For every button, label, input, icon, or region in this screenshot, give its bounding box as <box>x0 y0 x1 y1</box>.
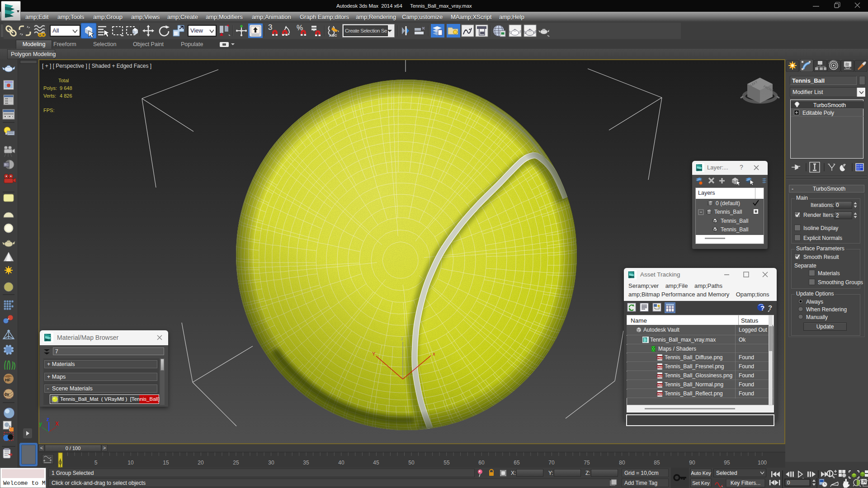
svg-text:HF: HF <box>5 378 10 382</box>
svg-text:[ + ] [ Perspective ] [ Shaded: [ + ] [ Perspective ] [ Shaded + Edged F… <box>42 63 151 69</box>
svg-text:40: 40 <box>338 460 344 466</box>
svg-text:3: 3 <box>268 23 272 32</box>
svg-text:70: 70 <box>548 460 555 466</box>
svg-text:0: 0 <box>787 480 790 485</box>
svg-text:0x: 0x <box>5 392 9 397</box>
svg-text:Key Filters...: Key Filters... <box>731 480 761 486</box>
svg-text:45: 45 <box>373 460 379 466</box>
svg-text:ABC: ABC <box>329 33 337 38</box>
svg-text:z: z <box>47 416 49 422</box>
svg-text:60: 60 <box>478 460 485 466</box>
svg-text:5: 5 <box>94 460 98 466</box>
svg-text:30: 30 <box>268 460 274 466</box>
svg-text:100: 100 <box>758 460 767 466</box>
svg-text:x: x <box>433 351 435 357</box>
svg-text:z: z <box>401 336 404 341</box>
svg-text:15: 15 <box>163 460 169 466</box>
svg-text:95: 95 <box>724 460 730 466</box>
svg-text:y: y <box>39 421 42 427</box>
svg-text:55: 55 <box>443 460 450 466</box>
svg-text:Total: Total <box>58 78 69 83</box>
svg-text:PNG: PNG <box>657 357 662 359</box>
svg-text:50: 50 <box>408 460 415 466</box>
svg-text:PNG: PNG <box>657 366 662 368</box>
svg-text:PNG: PNG <box>657 384 662 386</box>
svg-text:20: 20 <box>198 460 204 466</box>
svg-text:PNG: PNG <box>657 393 662 395</box>
svg-text:25: 25 <box>233 460 239 466</box>
svg-text:X: X <box>55 421 59 427</box>
svg-text:9 648: 9 648 <box>60 85 72 91</box>
svg-text:80: 80 <box>619 460 625 466</box>
svg-text:65: 65 <box>514 460 520 466</box>
svg-text:0: 0 <box>59 460 62 466</box>
svg-text:90: 90 <box>689 460 695 466</box>
svg-text:PNG: PNG <box>657 375 662 377</box>
svg-text:10: 10 <box>127 460 134 466</box>
svg-text:85: 85 <box>654 460 660 466</box>
svg-text:?: ? <box>768 304 772 311</box>
svg-text:Verts:: Verts: <box>43 93 56 99</box>
svg-text:75: 75 <box>584 460 590 466</box>
svg-text:4 826: 4 826 <box>60 93 72 99</box>
svg-text:FPS:: FPS: <box>43 108 54 113</box>
svg-text:Y: Y <box>372 351 376 357</box>
svg-text:35: 35 <box>303 460 309 466</box>
svg-text:Polys:: Polys: <box>43 85 57 91</box>
svg-text:?: ? <box>760 304 764 312</box>
